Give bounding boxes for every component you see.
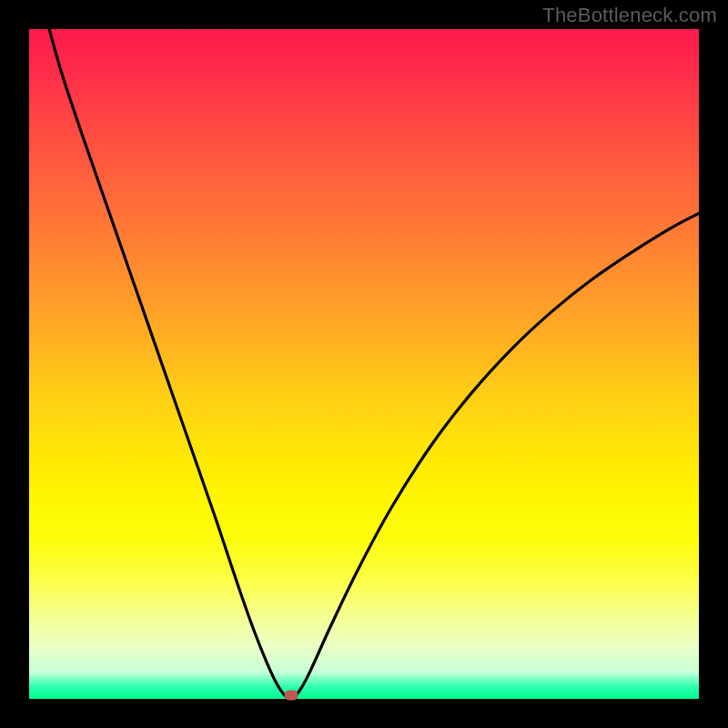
bottleneck-curve xyxy=(29,29,699,699)
minimum-marker xyxy=(284,690,298,700)
chart-plot-area xyxy=(29,29,699,699)
attribution-text: TheBottleneck.com xyxy=(542,4,717,27)
